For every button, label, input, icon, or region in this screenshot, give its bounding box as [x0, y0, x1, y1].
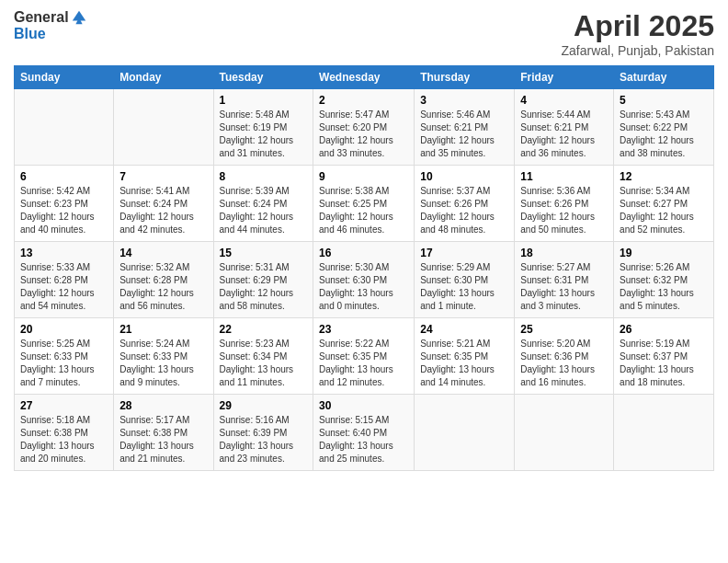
logo: General Blue	[14, 9, 87, 42]
day-sunrise: Sunrise: 5:46 AMSunset: 6:21 PMDaylight:…	[420, 109, 495, 158]
calendar-cell: 7 Sunrise: 5:41 AMSunset: 6:24 PMDayligh…	[114, 166, 213, 242]
day-number: 20	[20, 323, 108, 336]
calendar-cell: 21 Sunrise: 5:24 AMSunset: 6:33 PMDaylig…	[114, 318, 213, 395]
calendar-cell: 14 Sunrise: 5:32 AMSunset: 6:28 PMDaylig…	[114, 242, 213, 318]
day-sunrise: Sunrise: 5:27 AMSunset: 6:31 PMDaylight:…	[520, 262, 595, 311]
header-tuesday: Tuesday	[213, 66, 313, 89]
day-number: 8	[220, 170, 308, 183]
calendar-cell	[114, 89, 213, 166]
day-number: 14	[119, 247, 207, 259]
title-month: April 2025	[561, 9, 714, 43]
calendar-cell	[515, 395, 614, 471]
day-sunrise: Sunrise: 5:29 AMSunset: 6:30 PMDaylight:…	[420, 262, 495, 311]
day-sunrise: Sunrise: 5:44 AMSunset: 6:21 PMDaylight:…	[520, 109, 595, 158]
day-sunrise: Sunrise: 5:22 AMSunset: 6:35 PMDaylight:…	[319, 339, 393, 387]
day-number: 30	[319, 399, 408, 412]
header: General Blue April 2025 Zafarwal, Punjab…	[14, 9, 714, 58]
day-sunrise: Sunrise: 5:25 AMSunset: 6:33 PMDaylight:…	[20, 339, 95, 387]
day-number: 1	[220, 94, 308, 107]
day-sunrise: Sunrise: 5:32 AMSunset: 6:28 PMDaylight:…	[119, 262, 194, 311]
day-number: 16	[319, 247, 408, 259]
calendar-cell: 25 Sunrise: 5:20 AMSunset: 6:36 PMDaylig…	[515, 318, 614, 395]
day-sunrise: Sunrise: 5:21 AMSunset: 6:35 PMDaylight:…	[420, 339, 495, 387]
calendar-week-row-2: 6 Sunrise: 5:42 AMSunset: 6:23 PMDayligh…	[15, 166, 714, 242]
header-sunday: Sunday	[15, 66, 114, 89]
calendar-cell: 29 Sunrise: 5:16 AMSunset: 6:39 PMDaylig…	[213, 395, 313, 471]
day-number: 7	[119, 170, 207, 183]
day-number: 19	[620, 247, 708, 259]
logo-icon	[71, 9, 87, 26]
title-block: April 2025 Zafarwal, Punjab, Pakistan	[561, 9, 714, 58]
calendar-cell: 15 Sunrise: 5:31 AMSunset: 6:29 PMDaylig…	[213, 242, 313, 318]
logo-blue-text: Blue	[14, 26, 46, 41]
day-number: 24	[420, 323, 508, 336]
calendar-header-row: Sunday Monday Tuesday Wednesday Thursday…	[15, 66, 714, 89]
day-sunrise: Sunrise: 5:33 AMSunset: 6:28 PMDaylight:…	[20, 262, 95, 311]
day-number: 28	[119, 399, 207, 412]
day-sunrise: Sunrise: 5:41 AMSunset: 6:24 PMDaylight:…	[119, 186, 194, 235]
day-sunrise: Sunrise: 5:42 AMSunset: 6:23 PMDaylight:…	[20, 186, 95, 235]
calendar-cell	[614, 395, 714, 471]
day-sunrise: Sunrise: 5:16 AMSunset: 6:39 PMDaylight:…	[220, 415, 294, 464]
day-number: 21	[119, 323, 207, 336]
day-number: 13	[20, 247, 108, 259]
calendar-cell: 23 Sunrise: 5:22 AMSunset: 6:35 PMDaylig…	[313, 318, 415, 395]
header-wednesday: Wednesday	[313, 66, 415, 89]
calendar-cell: 1 Sunrise: 5:48 AMSunset: 6:19 PMDayligh…	[213, 89, 313, 166]
calendar-cell: 27 Sunrise: 5:18 AMSunset: 6:38 PMDaylig…	[15, 395, 114, 471]
day-sunrise: Sunrise: 5:31 AMSunset: 6:29 PMDaylight:…	[220, 262, 294, 311]
day-sunrise: Sunrise: 5:39 AMSunset: 6:24 PMDaylight:…	[220, 186, 294, 235]
day-number: 3	[420, 94, 508, 107]
calendar-cell: 24 Sunrise: 5:21 AMSunset: 6:35 PMDaylig…	[415, 318, 515, 395]
calendar-cell: 11 Sunrise: 5:36 AMSunset: 6:26 PMDaylig…	[515, 166, 614, 242]
calendar-cell: 9 Sunrise: 5:38 AMSunset: 6:25 PMDayligh…	[313, 166, 415, 242]
day-sunrise: Sunrise: 5:15 AMSunset: 6:40 PMDaylight:…	[319, 415, 393, 464]
day-number: 6	[20, 170, 108, 183]
calendar-cell: 4 Sunrise: 5:44 AMSunset: 6:21 PMDayligh…	[515, 89, 614, 166]
calendar-cell	[415, 395, 515, 471]
day-number: 29	[220, 399, 308, 412]
day-sunrise: Sunrise: 5:37 AMSunset: 6:26 PMDaylight:…	[420, 186, 495, 235]
calendar-cell: 10 Sunrise: 5:37 AMSunset: 6:26 PMDaylig…	[415, 166, 515, 242]
day-number: 12	[620, 170, 708, 183]
calendar-cell: 13 Sunrise: 5:33 AMSunset: 6:28 PMDaylig…	[15, 242, 114, 318]
day-sunrise: Sunrise: 5:30 AMSunset: 6:30 PMDaylight:…	[319, 262, 393, 311]
calendar-cell: 18 Sunrise: 5:27 AMSunset: 6:31 PMDaylig…	[515, 242, 614, 318]
calendar-cell: 8 Sunrise: 5:39 AMSunset: 6:24 PMDayligh…	[213, 166, 313, 242]
logo-general-text: General	[14, 9, 69, 26]
calendar-cell: 20 Sunrise: 5:25 AMSunset: 6:33 PMDaylig…	[15, 318, 114, 395]
page: General Blue April 2025 Zafarwal, Punjab…	[0, 0, 728, 563]
day-sunrise: Sunrise: 5:17 AMSunset: 6:38 PMDaylight:…	[119, 415, 194, 464]
calendar-cell: 19 Sunrise: 5:26 AMSunset: 6:32 PMDaylig…	[614, 242, 714, 318]
day-number: 25	[520, 323, 608, 336]
day-sunrise: Sunrise: 5:26 AMSunset: 6:32 PMDaylight:…	[620, 262, 694, 311]
day-number: 4	[520, 94, 608, 107]
day-number: 11	[520, 170, 608, 183]
day-number: 17	[420, 247, 508, 259]
calendar-week-row-4: 20 Sunrise: 5:25 AMSunset: 6:33 PMDaylig…	[15, 318, 714, 395]
day-sunrise: Sunrise: 5:48 AMSunset: 6:19 PMDaylight:…	[220, 109, 294, 158]
calendar-week-row-3: 13 Sunrise: 5:33 AMSunset: 6:28 PMDaylig…	[15, 242, 714, 318]
title-location: Zafarwal, Punjab, Pakistan	[561, 43, 714, 58]
day-number: 9	[319, 170, 408, 183]
day-sunrise: Sunrise: 5:47 AMSunset: 6:20 PMDaylight:…	[319, 109, 393, 158]
day-sunrise: Sunrise: 5:23 AMSunset: 6:34 PMDaylight:…	[220, 339, 294, 387]
header-saturday: Saturday	[614, 66, 714, 89]
calendar-cell: 22 Sunrise: 5:23 AMSunset: 6:34 PMDaylig…	[213, 318, 313, 395]
calendar-week-row-1: 1 Sunrise: 5:48 AMSunset: 6:19 PMDayligh…	[15, 89, 714, 166]
day-number: 23	[319, 323, 408, 336]
calendar-cell: 12 Sunrise: 5:34 AMSunset: 6:27 PMDaylig…	[614, 166, 714, 242]
day-number: 15	[220, 247, 308, 259]
calendar-cell	[15, 89, 114, 166]
day-sunrise: Sunrise: 5:19 AMSunset: 6:37 PMDaylight:…	[620, 339, 694, 387]
day-sunrise: Sunrise: 5:20 AMSunset: 6:36 PMDaylight:…	[520, 339, 595, 387]
logo-block: General Blue	[14, 9, 87, 42]
header-friday: Friday	[515, 66, 614, 89]
day-sunrise: Sunrise: 5:18 AMSunset: 6:38 PMDaylight:…	[20, 415, 95, 464]
calendar-cell: 16 Sunrise: 5:30 AMSunset: 6:30 PMDaylig…	[313, 242, 415, 318]
calendar-cell: 3 Sunrise: 5:46 AMSunset: 6:21 PMDayligh…	[415, 89, 515, 166]
calendar-cell: 26 Sunrise: 5:19 AMSunset: 6:37 PMDaylig…	[614, 318, 714, 395]
day-sunrise: Sunrise: 5:43 AMSunset: 6:22 PMDaylight:…	[620, 109, 694, 158]
day-number: 5	[620, 94, 708, 107]
header-thursday: Thursday	[415, 66, 515, 89]
